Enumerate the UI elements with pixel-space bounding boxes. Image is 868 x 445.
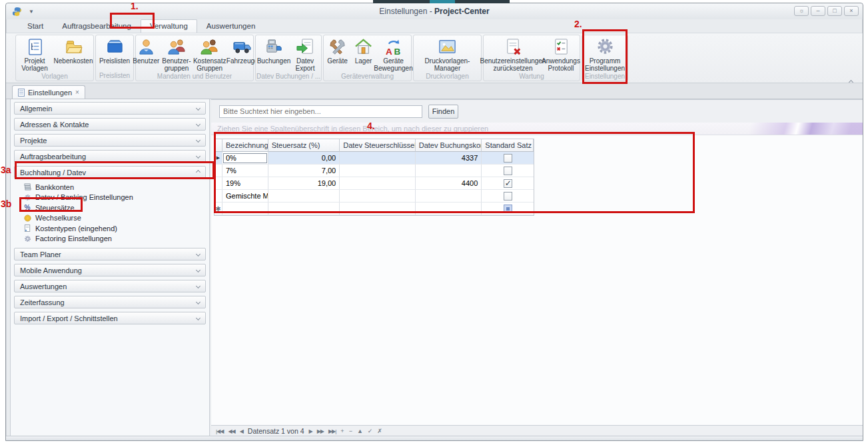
svg-text:B: B (394, 47, 400, 57)
benutzer-button[interactable]: Benutzer (131, 37, 161, 65)
projekt-vorlagen-button[interactable]: Projekt Vorlagen (16, 37, 53, 73)
nav-last-icon[interactable]: ▶▶| (328, 428, 336, 434)
lager-button[interactable]: Lager (351, 37, 376, 65)
ribbon-group-mandanten-und-benutzer: Benutzer Benutzer-gruppen Kostensatz Gru… (135, 35, 254, 81)
picture-icon (438, 37, 457, 57)
ribbon-group-preislisten: Preislisten Preislisten (95, 35, 134, 81)
geraete-bewegungen-button[interactable]: AB Geräte Bewegungen (376, 37, 411, 73)
screenshot-edge-artifact (373, 0, 510, 3)
ribbon-collapse-button[interactable] (849, 75, 856, 80)
ribbon-group-geraeteverwaltung: Geräte Lager AB Geräte Bewegungen Geräte… (323, 35, 412, 81)
sidebar-item-factoring-einstellungen[interactable]: Factoring Einstellungen (24, 234, 209, 244)
group-label: Mandanten und Benutzer (136, 73, 253, 81)
annotation-box-3a (15, 161, 215, 179)
sidebar-section-team-planer[interactable]: Team Planer (14, 248, 206, 260)
ribbon: Projekt Vorlagen Nebenkosten Vorlagen Pr… (6, 33, 863, 83)
annotation-box-3b (19, 197, 83, 212)
decorative-swoosh (689, 123, 863, 135)
document-tab-close-icon[interactable]: × (75, 89, 79, 96)
annotation-box-4 (214, 132, 695, 213)
settings-sidebar: Allgemein Adressen & Kontakte Projekte A… (10, 99, 210, 436)
minimize-button[interactable]: – (811, 6, 825, 16)
document-pencil-icon (24, 224, 31, 232)
button-label: Druckvorlagen-Manager (416, 57, 480, 72)
ab-movement-icon: AB (384, 37, 403, 57)
button-label: Datev Export (292, 57, 318, 72)
sidebar-section-adressen-kontakte[interactable]: Adressen & Kontakte (14, 118, 206, 131)
document-icon (18, 89, 25, 97)
annotation-label-3b: 3b (1, 199, 11, 209)
nebenkosten-button[interactable]: Nebenkosten (53, 37, 93, 65)
druckvorlagen-manager-button[interactable]: Druckvorlagen-Manager (414, 37, 481, 73)
nav-next-icon[interactable]: ▶ (309, 428, 312, 434)
group-label: Wartung (484, 73, 580, 81)
ribbon-group-datev-buchungen: Buchungen Datev Export Datev Buchungen /… (255, 35, 322, 81)
cash-register-icon (264, 37, 284, 57)
tools-icon (328, 37, 347, 57)
anwendungs-protokoll-button[interactable]: Anwendungs Protokoll (542, 37, 580, 73)
button-label: Fahrzeuge (226, 57, 258, 65)
tab-auswertungen[interactable]: Auswertungen (197, 19, 265, 33)
preislisten-button[interactable]: Preislisten (96, 37, 133, 65)
annotation-label-3a: 3a (1, 165, 11, 175)
sidebar-section-projekte[interactable]: Projekte (14, 134, 206, 147)
nav-prev-page-icon[interactable]: ◀◀ (228, 428, 234, 434)
fahrzeuge-button[interactable]: Fahrzeuge (227, 37, 258, 65)
warehouse-icon (354, 37, 373, 57)
datev-export-button[interactable]: Datev Export (290, 37, 320, 73)
search-row: Finden (211, 100, 863, 123)
benutzereinstellungen-zuruecksetzen-button[interactable]: Benutzereinstellungen zurücksetzen (484, 37, 542, 73)
button-label: Benutzer-gruppen (162, 57, 191, 72)
nav-append-icon[interactable]: + (340, 428, 344, 434)
ribbon-group-druckvorlagen: Druckvorlagen-Manager Druckvorlagen (413, 35, 482, 81)
nav-prev-icon[interactable]: ◀ (240, 428, 243, 434)
nav-accept-icon[interactable]: ✓ (368, 428, 373, 434)
document-reset-icon (504, 37, 523, 57)
sidebar-item-bankkonten[interactable]: Bankkonten (24, 182, 209, 193)
annotation-box-1 (110, 13, 155, 29)
button-label: Benutzereinstellungen zurücksetzen (480, 57, 546, 72)
nav-edit-icon[interactable]: ▲ (357, 428, 363, 434)
ribbon-group-vorlagen: Projekt Vorlagen Nebenkosten Vorlagen (15, 35, 94, 81)
nav-delete-icon[interactable]: − (349, 428, 352, 434)
truck-icon (232, 37, 252, 57)
document-tab-label: Einstellungen (28, 89, 72, 97)
document-tab-einstellungen[interactable]: Einstellungen × (12, 85, 85, 99)
nav-next-page-icon[interactable]: ▶▶ (317, 428, 324, 434)
sidebar-section-allgemein[interactable]: Allgemein (14, 102, 206, 115)
sidebar-item-kostentypen-eingehend[interactable]: Kostentypen (eingehend) (24, 223, 209, 234)
coin-icon (24, 215, 31, 222)
annotation-label-2: 2. (574, 19, 582, 29)
nav-first-icon[interactable]: |◀◀ (216, 428, 223, 434)
sidebar-section-auswertungen[interactable]: Auswertungen (14, 280, 206, 292)
tab-start[interactable]: Start (18, 19, 53, 33)
nav-cancel-icon[interactable]: ✗ (377, 428, 382, 434)
annotation-label-1: 1. (131, 1, 139, 11)
kostensatz-gruppen-button[interactable]: Kostensatz Gruppen (193, 37, 227, 73)
button-label: Preislisten (99, 57, 130, 65)
style-selector-button[interactable]: ☼ (794, 6, 809, 16)
user-group-icon (200, 37, 219, 57)
button-label: Nebenkosten (54, 57, 93, 65)
ribbon-group-wartung: Benutzereinstellungen zurücksetzen Anwen… (483, 35, 580, 81)
group-label: Druckvorlagen (414, 73, 481, 81)
annotation-label-4: 4. (367, 121, 375, 131)
button-label: Geräte Bewegungen (374, 57, 412, 72)
button-label: Benutzer (133, 57, 159, 65)
sidebar-section-zeiterfassung[interactable]: Zeiterfassung (14, 296, 206, 308)
search-input[interactable] (219, 105, 422, 118)
find-button[interactable]: Finden (428, 105, 458, 119)
sidebar-section-mobile-anwendung[interactable]: Mobile Anwendung (14, 264, 206, 276)
group-label: Datev Buchungen / ... (256, 73, 321, 81)
sidebar-item-wechselkurse[interactable]: Wechselkurse (24, 213, 209, 224)
folder-icon (64, 37, 83, 57)
group-label: Preislisten (96, 72, 133, 81)
geraete-button[interactable]: Geräte (324, 37, 351, 65)
benutzergruppen-button[interactable]: Benutzer-gruppen (161, 37, 192, 73)
close-button[interactable]: × (844, 6, 859, 16)
price-box-icon (105, 37, 125, 57)
record-count-text: Datensatz 1 von 4 (248, 427, 304, 435)
buchungen-button[interactable]: Buchungen (257, 37, 290, 65)
sidebar-section-import-export-schnittstellen[interactable]: Import / Export / Schnittstellen (14, 312, 206, 324)
maximize-button[interactable]: □ (827, 6, 842, 16)
